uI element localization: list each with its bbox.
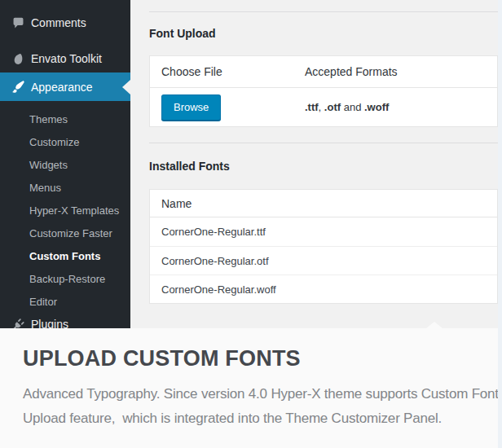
table-row: CornerOne-Regular.woff [150,275,497,303]
browse-button[interactable]: Browse [161,94,221,121]
active-menu-arrow-icon [122,80,130,94]
promo-panel: UPLOAD CUSTOM FONTS Advanced Typography.… [0,328,502,448]
font-file-name: CornerOne-Regular.ttf [150,226,305,238]
installed-fonts-table: Name CornerOne-Regular.ttf CornerOne-Reg… [149,189,498,304]
promo-title: UPLOAD CUSTOM FONTS [23,346,301,371]
accepted-formats-value: .ttf, .otf and .woff [305,101,497,113]
submenu-item-widgets[interactable]: Widgets [0,154,130,177]
table-row: CornerOne-Regular.ttf [150,217,497,246]
promo-description: Advanced Typography. Since version 4.0 H… [23,382,500,431]
sidebar-item-label: Appearance [31,81,93,94]
format-separator: and [341,101,364,113]
scrollbar-track[interactable] [498,0,502,448]
appearance-submenu: Themes Customize Widgets Menus Hyper-X T… [0,101,130,323]
submenu-item-menus[interactable]: Menus [0,177,130,200]
format-ttf: .ttf [305,101,319,113]
custom-fonts-admin-screen: Comments Envato Toolkit Appearance Theme… [0,0,502,448]
appearance-icon [11,80,25,94]
column-choose-file: Choose File [150,65,305,78]
submenu-item-themes[interactable]: Themes [0,108,130,131]
font-upload-table: Choose File Accepted Formats Browse .ttf… [149,55,498,127]
content-area: Font Upload Choose File Accepted Formats… [130,0,502,328]
sidebar-item-comments[interactable]: Comments [0,9,130,37]
table-row: CornerOne-Regular.otf [150,246,497,275]
table-header-row: Name [150,190,497,217]
column-name: Name [150,197,305,210]
sidebar-item-label: Comments [31,16,86,29]
font-file-name: CornerOne-Regular.otf [150,255,305,267]
submenu-item-hyper-x-templates[interactable]: Hyper-X Templates [0,200,130,222]
submenu-item-customize[interactable]: Customize [0,131,130,154]
sidebar-item-label: Envato Toolkit [31,52,102,65]
format-otf: .otf [324,101,341,113]
section-divider [149,143,498,143]
sidebar-item-envato-toolkit[interactable]: Envato Toolkit [0,45,130,72]
font-file-name: CornerOne-Regular.woff [150,283,305,296]
submenu-item-custom-fonts[interactable]: Custom Fonts [0,245,130,268]
table-row: Browse .ttf, .otf and .woff [150,88,497,126]
submenu-item-backup-restore[interactable]: Backup-Restore [0,268,130,291]
top-divider [149,11,498,12]
comments-icon [11,15,25,30]
font-upload-heading: Font Upload [149,27,216,40]
format-woff: .woff [364,101,389,113]
format-separator: , [319,101,324,113]
installed-fonts-heading: Installed Fonts [149,160,230,173]
sidebar-item-appearance[interactable]: Appearance [0,72,130,101]
table-header-row: Choose File Accepted Formats [150,56,497,88]
promo-notch-icon [426,322,443,328]
submenu-item-customize-faster[interactable]: Customize Faster [0,222,130,245]
admin-sidebar: Comments Envato Toolkit Appearance Theme… [0,0,130,328]
envato-icon [11,51,25,66]
column-accepted-formats: Accepted Formats [305,65,497,78]
